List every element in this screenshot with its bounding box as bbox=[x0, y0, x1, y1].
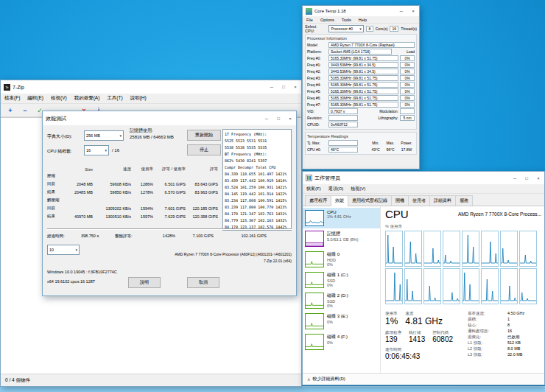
max-column-header: Max. bbox=[384, 141, 397, 145]
coretemp-menu-item[interactable]: Options bbox=[317, 17, 338, 23]
cpu-core-graph-12 bbox=[462, 268, 479, 304]
sevenzip-titlebar[interactable]: 7z 7-Zip ─ □ × bbox=[1, 80, 301, 94]
sevenzip-menu-item[interactable]: 編輯(E) bbox=[24, 94, 47, 102]
sidebar-item-0[interactable]: CPU1% 4.81 GHz bbox=[303, 208, 380, 228]
sidebar-item-5[interactable]: 磁碟 3 (E:)0% bbox=[303, 311, 380, 332]
fewer-details-button[interactable]: 較少詳細資料(D) bbox=[312, 376, 345, 382]
freq-row: Freq #2:3443.53MHz (99.81 x 34.5)0% bbox=[307, 68, 415, 74]
passes-select[interactable]: 10▾ bbox=[47, 245, 80, 255]
cancel-button[interactable]: 取消 bbox=[187, 277, 219, 288]
sidebar-item-3[interactable]: 磁碟 1 (C:)SSD0% bbox=[303, 270, 380, 290]
help-button[interactable]: 說明 bbox=[128, 277, 161, 288]
sidebar-item-4[interactable]: 磁碟 2 (D:)SSD0% bbox=[303, 290, 380, 311]
taskmgr-tab-2[interactable]: 應用程式歷程記錄 bbox=[348, 195, 392, 206]
restart-button[interactable]: 重新開始 bbox=[187, 130, 221, 141]
sidebar-item-1[interactable]: 記憶體5.0/63.1 GB (8%) bbox=[303, 228, 380, 249]
freq-value: 5165.30MHz (99.81 x 51.75) bbox=[328, 75, 398, 81]
benchmark-titlebar[interactable]: 效能測試 ─ □ × bbox=[43, 111, 296, 125]
coretemp-menu-item[interactable]: Tools bbox=[338, 17, 355, 23]
minimize-icon[interactable]: ─ bbox=[395, 6, 407, 16]
cpu-threads-select[interactable]: 16▾ bbox=[84, 145, 109, 155]
sevenzip-menu-item[interactable]: 檢視(V) bbox=[47, 94, 71, 102]
taskbar[interactable] bbox=[0, 386, 545, 392]
close-icon[interactable]: × bbox=[289, 80, 301, 94]
extract-icon[interactable]: − bbox=[20, 105, 30, 115]
cpu-core-graph-9 bbox=[404, 268, 422, 304]
freq-load: 0% bbox=[400, 82, 415, 88]
freq-panel-line: 83.524 101.259 100.931 1421% bbox=[225, 184, 289, 191]
taskmgr-menu-item[interactable]: 檢視(V) bbox=[347, 185, 369, 193]
arch-info-line: x64 19.6102 cpus:16 128T bbox=[47, 279, 95, 284]
stat-label: 執行緒 bbox=[409, 330, 425, 335]
taskmgr-tab-5[interactable]: 詳細資料 bbox=[429, 195, 456, 206]
cpu-heading: CPU bbox=[385, 208, 409, 220]
sidebar-graph-thumb bbox=[305, 272, 324, 288]
maximize-icon[interactable]: □ bbox=[521, 172, 532, 184]
coretemp-menu-item[interactable]: Help bbox=[355, 17, 370, 23]
dictionary-size-select[interactable]: 256 MB▾ bbox=[84, 130, 124, 141]
sidebar-item-name: 磁碟 0 bbox=[327, 251, 340, 258]
stop-button[interactable]: 停止 bbox=[187, 144, 221, 155]
sevenzip-menu-item[interactable]: 工具(T) bbox=[103, 94, 126, 102]
cpu-select[interactable]: Processor #0▾ bbox=[328, 25, 363, 32]
cpu-model-subtitle: AMD Ryzen 7 7700X 8-Core Process... bbox=[458, 211, 541, 217]
freq-value: 3443.53MHz (99.81 x 34.5) bbox=[328, 69, 398, 74]
sevenzip-menu-item[interactable]: 我的最愛(A) bbox=[71, 94, 104, 102]
elapsed-time-label: 經過時間: bbox=[47, 234, 65, 239]
freq-row: Freq #6:5165.30MHz (99.81 x 51.75)0% bbox=[307, 94, 415, 101]
freq-row: Freq #0:5165.30MHz (99.81 x 51.75)0% bbox=[307, 55, 415, 61]
close-icon[interactable]: × bbox=[284, 111, 296, 125]
cpu-core-graph-4 bbox=[462, 231, 479, 267]
sidebar-item-text: 磁碟 4 (F:)0% bbox=[327, 334, 348, 345]
taskmgr-tab-1[interactable]: 效能 bbox=[331, 195, 348, 206]
minimize-icon[interactable]: ─ bbox=[261, 111, 272, 125]
sidebar-item-name: 磁碟 4 (F:) bbox=[327, 334, 348, 340]
coretemp-menubar: FileOptionsToolsHelp bbox=[303, 16, 419, 24]
close-icon[interactable]: × bbox=[407, 6, 419, 16]
taskmgr-tab-3[interactable]: 開機 bbox=[391, 195, 409, 206]
platform-label: Platform: bbox=[307, 49, 327, 54]
sevenzip-title: 7-Zip bbox=[13, 85, 266, 90]
close-icon[interactable]: × bbox=[532, 172, 544, 184]
stat-value: 1413 bbox=[409, 335, 425, 343]
benchmark-results-table: Size速度使用率評等 / 使用率評等壓縮目前2048 MB59608 KB/s… bbox=[47, 164, 218, 220]
taskmgr-menu-item[interactable]: 選項(O) bbox=[325, 185, 348, 193]
cpu-core-graph-15 bbox=[519, 268, 537, 304]
add-icon[interactable]: + bbox=[5, 105, 15, 115]
freq-load: 0% bbox=[400, 95, 415, 101]
sevenzip-menu-item[interactable]: 說明(H) bbox=[127, 94, 150, 102]
cpu0-max-temp: 96°C bbox=[384, 147, 397, 152]
bench-size: 40970 MB bbox=[65, 214, 93, 219]
minimize-icon[interactable]: ─ bbox=[509, 172, 521, 184]
logical-processor-grid bbox=[385, 231, 537, 304]
taskmgr-tab-6[interactable]: 服務 bbox=[455, 195, 473, 206]
stats-row: 使用率1%速度4.81 GHz bbox=[385, 311, 468, 326]
coretemp-titlebar[interactable]: Core Temp 1.18 ─ × bbox=[303, 6, 419, 16]
sidebar-item-2[interactable]: 磁碟 0HDD0% bbox=[303, 249, 380, 270]
taskmgr-tab-0[interactable]: 處理程序 bbox=[305, 195, 331, 206]
coretemp-menu-item[interactable]: File bbox=[303, 17, 317, 23]
freq-row: Freq #7:5165.30MHz (99.81 x 51.75)0% bbox=[307, 101, 415, 108]
freq-value: 5165.30MHz (99.81 x 51.75) bbox=[328, 102, 398, 108]
temperature-readings-group: Temperature Readings Tj. Max: Min. Max. … bbox=[305, 132, 417, 155]
minimize-icon[interactable]: ─ bbox=[266, 80, 278, 94]
taskmgr-titlebar[interactable]: 工作管理員 ─ □ × bbox=[303, 172, 544, 184]
bench-column-header: Size bbox=[65, 167, 93, 172]
maximize-icon[interactable]: □ bbox=[272, 111, 284, 125]
cpu-core-graph-6 bbox=[500, 231, 518, 267]
coretemp-window: Core Temp 1.18 ─ × FileOptionsToolsHelp … bbox=[302, 5, 420, 169]
maximize-icon[interactable]: □ bbox=[278, 80, 289, 94]
temperature-readings-header: Temperature Readings bbox=[307, 134, 415, 139]
tjmax-label: Tj. Max: bbox=[307, 141, 327, 145]
bench-rating-usage: 7.601 GIPS bbox=[153, 206, 186, 211]
sevenzip-menu-item[interactable]: 檔案(F) bbox=[1, 94, 24, 102]
taskmgr-tab-4[interactable]: 使用者 bbox=[408, 195, 430, 206]
bench-usage: 1597% bbox=[131, 214, 153, 219]
tjmax-value bbox=[328, 140, 358, 146]
elapsed-time-value: 398.750 s bbox=[81, 234, 99, 238]
detail-value: 512 KB bbox=[507, 340, 538, 346]
cpu-performance-pane: CPU AMD Ryzen 7 7700X 8-Core Process... … bbox=[381, 206, 544, 373]
freq-load: 0% bbox=[400, 102, 415, 108]
sidebar-item-6[interactable]: 磁碟 4 (F:)0% bbox=[303, 332, 380, 352]
taskmgr-menu-item[interactable]: 檔案(F) bbox=[303, 185, 325, 193]
